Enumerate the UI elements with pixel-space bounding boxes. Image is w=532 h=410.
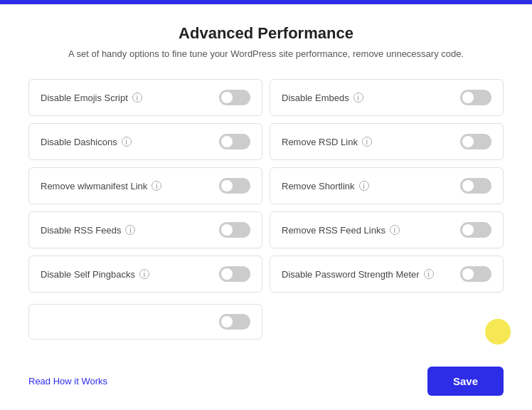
setting-item-remove-rsd-link: Remove RSD Link i (270, 123, 504, 160)
setting-item-disable-self-pingbacks: Disable Self Pingbacks i (28, 256, 262, 293)
setting-label: Remove RSD Link i (282, 137, 372, 147)
read-how-it-works-link[interactable]: Read How it Works (28, 376, 107, 387)
setting-item-partial-left (28, 304, 262, 340)
setting-label-text: Remove RSS Feed Links (282, 225, 385, 236)
setting-label: Remove wlwmanifest Link i (41, 181, 161, 191)
info-icon-remove-rss-feed-links[interactable]: i (390, 225, 400, 235)
slider-disable-self-pingbacks (219, 266, 250, 282)
setting-label: Remove RSS Feed Links i (282, 225, 400, 236)
toggle-remove-rss-feed-links[interactable] (460, 222, 491, 238)
setting-label-text: Disable Dashicons (41, 137, 117, 147)
save-button[interactable]: Save (427, 367, 504, 396)
setting-label: Disable Embeds i (282, 93, 363, 103)
close-button[interactable]: × (524, 0, 532, 4)
settings-grid-partial (28, 304, 504, 340)
slider-disable-password-strength (460, 266, 491, 282)
setting-label-text: Remove wlwmanifest Link (41, 181, 147, 191)
toggle-remove-rsd-link[interactable] (460, 134, 491, 149)
info-icon-remove-rsd-link[interactable]: i (362, 137, 372, 147)
info-icon-disable-password-strength[interactable]: i (424, 269, 434, 279)
slider-remove-rsd-link (460, 134, 491, 149)
setting-item-remove-shortlink: Remove Shortlink i (270, 167, 504, 204)
setting-label: Disable Dashicons i (41, 137, 132, 147)
setting-item-disable-password-strength: Disable Password Strength Meter i (270, 256, 504, 293)
slider-remove-shortlink (460, 178, 491, 194)
setting-item-disable-emojis: Disable Emojis Script i (28, 79, 262, 116)
setting-label-text: Remove RSD Link (282, 137, 358, 147)
info-icon-disable-rss-feeds[interactable]: i (125, 225, 135, 235)
setting-label-text: Disable RSS Feeds (41, 225, 121, 236)
info-icon-remove-wlwmanifest[interactable]: i (151, 181, 161, 191)
toggle-disable-password-strength[interactable] (460, 266, 491, 282)
slider-disable-dashicons (219, 134, 250, 149)
slider-disable-emojis (219, 90, 250, 105)
slider-partial (219, 314, 250, 330)
setting-item-disable-embeds: Disable Embeds i (270, 79, 504, 116)
toggle-disable-rss-feeds[interactable] (219, 222, 250, 238)
slider-remove-wlwmanifest (219, 178, 250, 194)
toggle-disable-emojis[interactable] (219, 90, 250, 105)
setting-item-remove-rss-feed-links: Remove RSS Feed Links i (270, 211, 504, 248)
toggle-partial[interactable] (219, 314, 250, 330)
setting-label: Disable Self Pingbacks i (41, 269, 149, 280)
info-icon-remove-shortlink[interactable]: i (359, 181, 369, 191)
toggle-disable-self-pingbacks[interactable] (219, 266, 250, 282)
slider-remove-rss-feed-links (460, 222, 491, 238)
info-icon-disable-self-pingbacks[interactable]: i (139, 269, 149, 279)
setting-item-disable-rss-feeds: Disable RSS Feeds i (28, 211, 262, 248)
setting-label: Disable Emojis Script i (41, 93, 142, 103)
slider-disable-rss-feeds (219, 222, 250, 238)
toggle-remove-wlwmanifest[interactable] (219, 178, 250, 194)
modal-title: Advanced Performance (28, 24, 504, 43)
setting-item-remove-wlwmanifest: Remove wlwmanifest Link i (28, 167, 262, 204)
slider-disable-embeds (460, 90, 491, 105)
setting-label: Disable Password Strength Meter i (282, 269, 434, 280)
modal-subtitle: A set of handy options to fine tune your… (28, 48, 504, 59)
cursor-indicator (485, 319, 511, 345)
setting-label: Remove Shortlink i (282, 181, 369, 191)
info-icon-disable-embeds[interactable]: i (353, 93, 363, 102)
setting-label-text: Disable Self Pingbacks (41, 269, 135, 280)
setting-label-text: Disable Emojis Script (41, 93, 128, 103)
setting-label-text: Disable Password Strength Meter (282, 269, 420, 280)
settings-grid: Disable Emojis Script i Disable Embeds i… (28, 79, 504, 293)
modal-container: × Advanced Performance A set of handy op… (0, 4, 532, 340)
info-icon-disable-dashicons[interactable]: i (122, 137, 132, 147)
footer: Read How it Works Save (0, 355, 532, 410)
toggle-disable-dashicons[interactable] (219, 134, 250, 149)
setting-label-text: Remove Shortlink (282, 181, 355, 191)
setting-item-disable-dashicons: Disable Dashicons i (28, 123, 262, 160)
setting-label-text: Disable Embeds (282, 93, 349, 103)
setting-label: Disable RSS Feeds i (41, 225, 135, 236)
toggle-disable-embeds[interactable] (460, 90, 491, 105)
toggle-remove-shortlink[interactable] (460, 178, 491, 194)
info-icon-disable-emojis[interactable]: i (132, 93, 142, 102)
